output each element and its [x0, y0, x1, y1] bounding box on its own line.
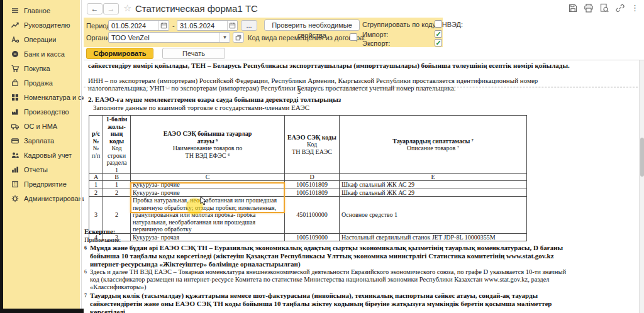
section-subtitle-ru: Заполните данные по взаимной торговле с …: [93, 104, 582, 111]
screen-bottom-edge: [0, 309, 84, 313]
section-title-kz: 2. ЕАЭО-ға мүше мемлекеттермен өзара сау…: [88, 96, 577, 103]
footnote-6-ru: 6Здесь и далее ТН ВЭД ЕАЭС – Товарная но…: [84, 268, 576, 292]
sidebar-item-label: Кадровый учет: [24, 151, 72, 159]
calendar-icon[interactable]: [158, 21, 169, 30]
cell-a1[interactable]: 1: [89, 181, 103, 189]
sidebar-item-label: Главное: [24, 7, 50, 14]
dropdown-arrow-icon[interactable]: ▼: [219, 33, 230, 42]
preview-icon[interactable]: [599, 3, 609, 13]
app-header: ← → ☆ Статистическая форма1 ТС ⋮: [84, 0, 644, 18]
header-cell-e[interactable]: Тауарлардың сипаттамасы ⁷Описание товаро…: [340, 116, 527, 174]
check-icon: ✓: [435, 39, 441, 47]
bar-chart-icon: [11, 165, 19, 174]
date-to-input[interactable]: 31.05.2024: [177, 20, 238, 31]
vertical-scrollbar[interactable]: [639, 60, 644, 313]
letter-cell[interactable]: B: [103, 174, 131, 181]
sidebar-item-nomenclature-warehouse[interactable]: Номенклатура и склад: [3, 92, 80, 102]
period-options-button[interactable]: ...: [241, 20, 257, 31]
document-paragraph-kz: сәйкестендіру нөмірі қойылады, ТЕН – Бел…: [88, 62, 577, 69]
page-number: 3: [297, 88, 301, 95]
sidebar-item-main[interactable]: Главное: [3, 5, 80, 16]
header-cell-a[interactable]: р/с №№ п/п: [89, 116, 103, 174]
calendar-icon[interactable]: [227, 21, 237, 30]
sidebar-item-label: Предприятие: [24, 180, 67, 188]
import-label: Импорт:: [362, 31, 389, 38]
letter-cell[interactable]: D: [285, 174, 340, 181]
footnotes: Ескертпе: Примечание: 6Мұнда және бұдан …: [84, 228, 576, 313]
header-cell-d[interactable]: ЕАЭО СЭҚ кодыКод ТН ВЭД ЕАЭС: [285, 116, 340, 174]
notes-label-kz: Ескертпе:: [84, 228, 576, 236]
letter-cell[interactable]: C: [131, 174, 285, 181]
header-cell-b[interactable]: 1-бөлім жолы- ның кодыКод строки раздела…: [103, 116, 131, 174]
group-by-tnved-checkbox[interactable]: [435, 20, 442, 28]
cell-c1[interactable]: Кукуруза- прочие: [131, 181, 285, 189]
sidebar-item-purchase[interactable]: Покупка: [3, 63, 80, 74]
move-code-label: Код вида перемещения из договора:: [248, 34, 365, 41]
group-by-tnved-label: Сгруппировать по коду ТНВЭД:: [362, 21, 463, 28]
open-organization-button[interactable]: [233, 32, 244, 43]
bag-icon: [11, 79, 19, 87]
application-window: Главное Руководителю Операции Банк и кас…: [0, 0, 644, 313]
cell-d2[interactable]: 1005101809: [285, 189, 340, 197]
sidebar-item-manager[interactable]: Руководителю: [3, 19, 80, 30]
generate-button[interactable]: Сформировать: [86, 48, 153, 59]
link-icon[interactable]: [615, 3, 625, 13]
action-row: Сформировать Печать: [84, 47, 644, 60]
sidebar-divider: [81, 0, 82, 309]
people-icon: [11, 151, 19, 160]
sidebar-item-bank-cash[interactable]: Банк и касса: [3, 48, 80, 59]
sidebar-item-administration[interactable]: Администрирование: [3, 193, 80, 204]
sidebar-item-label: Отчеты: [24, 166, 48, 173]
report-document-area: сәйкестендіру нөмірі қойылады, ТЕН – Бел…: [84, 60, 644, 313]
sidebar-item-label: Покупка: [24, 65, 50, 72]
print-icon[interactable]: [584, 3, 594, 13]
cart-icon: [11, 64, 19, 73]
coin-icon: [11, 50, 19, 58]
sidebar-item-label: Банк и касса: [24, 50, 65, 58]
print-button[interactable]: Печать: [162, 48, 225, 59]
sidebar-item-production[interactable]: Производство: [3, 106, 80, 117]
sidebar-item-sale[interactable]: Продажа: [3, 77, 80, 88]
letter-cell[interactable]: A: [89, 174, 103, 181]
check-properties-button[interactable]: Проверить необходимые свойства: [264, 19, 360, 31]
edge-menu-icon[interactable]: ⋮: [641, 6, 644, 15]
cell-b2[interactable]: 2: [103, 189, 131, 197]
move-code-checkbox[interactable]: [350, 33, 357, 41]
forward-button[interactable]: →: [103, 3, 119, 14]
date-from-input[interactable]: 01.05.2024: [108, 20, 169, 31]
sidebar-item-salary[interactable]: Зарплата: [3, 135, 80, 146]
notes-label-ru: Примечание:: [84, 236, 576, 244]
cell-a2[interactable]: 2: [89, 189, 103, 197]
save-icon[interactable]: [568, 3, 578, 13]
scrollbar-thumb[interactable]: [640, 138, 644, 177]
page-title: Статистическая форма1 ТС: [135, 3, 258, 14]
sidebar-item-label: Производство: [24, 108, 69, 116]
sidebar-item-reports[interactable]: Отчеты: [3, 164, 80, 175]
sidebar-item-operations[interactable]: Операции: [3, 34, 80, 45]
check-icon: ✓: [435, 30, 441, 38]
cell-e1[interactable]: Шкаф спальный ЖК АС 29: [340, 181, 527, 189]
more-menu-icon[interactable]: ⋮: [631, 3, 639, 13]
sidebar-item-hr[interactable]: Кадровый учет: [3, 150, 80, 160]
cell-d1[interactable]: 1005101809: [285, 181, 340, 189]
sidebar-item-label: Операции: [24, 36, 56, 43]
import-checkbox[interactable]: ✓: [435, 30, 442, 38]
gear-icon: [11, 194, 19, 203]
export-checkbox[interactable]: ✓: [435, 39, 442, 47]
cell-b1[interactable]: 1: [103, 181, 131, 189]
sidebar-item-os-nma[interactable]: ОС и НМА: [3, 121, 80, 131]
back-button[interactable]: ←: [87, 3, 103, 14]
column-letter-row: A B C D E: [89, 174, 527, 181]
truck-icon: [11, 122, 19, 131]
cell-e2[interactable]: Шкаф спальный ЖК АС 29: [340, 189, 527, 197]
cell-c2[interactable]: Кукуруза- прочие: [131, 189, 285, 197]
sidebar-item-enterprise[interactable]: Предприятие: [3, 178, 80, 189]
letter-cell[interactable]: E: [340, 174, 527, 181]
organization-select[interactable]: ТОО VenZel ▼: [108, 32, 230, 43]
table-row: 2 2 Кукуруза- прочие 1005101809 Шкаф спа…: [89, 189, 527, 197]
document-paragraph-ru: ИНН – по экспортерам (импортерам) Россий…: [88, 77, 577, 92]
sidebar-item-label: Руководителю: [24, 21, 70, 29]
favorite-star-icon[interactable]: ☆: [123, 3, 131, 14]
header-cell-c[interactable]: ЕАЭО СЭҚ бойынша тауарлар атауы ⁶Наимено…: [131, 116, 285, 174]
sidebar-item-label: ОС и НМА: [24, 123, 57, 130]
